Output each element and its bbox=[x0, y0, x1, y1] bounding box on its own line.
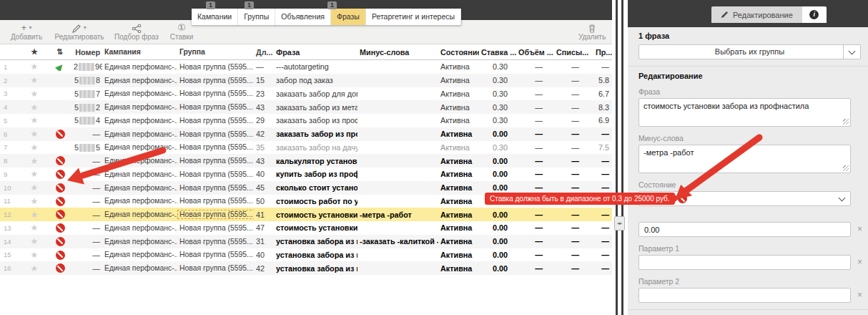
star-icon[interactable]: ★ bbox=[31, 142, 39, 152]
table-row[interactable]: 16 ★ — Единая перфоманс-... Новая группа… bbox=[0, 261, 612, 275]
star-icon[interactable]: ★ bbox=[31, 75, 39, 85]
phrase-cell[interactable]: стоимость работ по у... bbox=[274, 197, 357, 205]
bid-input[interactable] bbox=[638, 222, 851, 237]
group-cell[interactable]: Новая группа (5595... bbox=[177, 184, 254, 192]
star-cell[interactable]: ★ bbox=[20, 183, 49, 193]
star-cell[interactable]: ★ bbox=[20, 142, 49, 152]
star-icon[interactable]: ★ bbox=[31, 183, 39, 193]
col-campaign[interactable]: Кампания bbox=[102, 48, 177, 56]
col-length[interactable]: Дл... bbox=[254, 48, 274, 57]
star-cell[interactable]: ★ bbox=[20, 236, 49, 246]
minus-words-textarea[interactable]: -метра -работ bbox=[638, 145, 851, 173]
star-icon[interactable]: ★ bbox=[31, 62, 39, 72]
star-cell[interactable]: ★ bbox=[20, 62, 49, 72]
tab-ads[interactable]: Объявления bbox=[275, 9, 331, 25]
col-bid[interactable]: Ставка ... bbox=[479, 48, 516, 57]
phrase-cell[interactable]: ---autotargeting bbox=[274, 62, 357, 71]
phrase-textarea[interactable]: стоимость установки забора из профнастил… bbox=[638, 98, 851, 127]
star-icon[interactable]: ★ bbox=[31, 263, 39, 273]
col-phrase[interactable]: Фраза bbox=[274, 48, 357, 57]
star-column-icon[interactable]: ★ bbox=[20, 47, 49, 57]
add-button[interactable]: + ▾ Добавить bbox=[7, 22, 46, 41]
tab-groups[interactable]: Группы bbox=[238, 9, 275, 25]
param2-input[interactable] bbox=[638, 288, 851, 303]
group-cell[interactable]: Новая группа (5595... bbox=[177, 264, 254, 272]
tab-campaigns[interactable]: Кампании bbox=[192, 9, 238, 25]
table-row[interactable]: 12 ★ — Единая перфоманс-... Новая группа… bbox=[0, 208, 612, 221]
col-writeoffs[interactable]: Списы... bbox=[554, 48, 593, 57]
col-number[interactable]: Номер bbox=[71, 48, 102, 57]
group-cell[interactable]: Новая группа (5595... bbox=[177, 143, 254, 151]
clear-param1-icon[interactable]: × bbox=[857, 257, 862, 267]
star-icon[interactable]: ★ bbox=[31, 102, 39, 112]
star-cell[interactable]: ★ bbox=[20, 89, 49, 99]
group-cell[interactable]: Новая группа (5595... bbox=[177, 89, 254, 97]
panel-tab-info[interactable]: i bbox=[802, 6, 827, 23]
table-row[interactable]: 6 ★ — Единая перфоманс-... Новая группа … bbox=[0, 127, 612, 141]
col-volume[interactable]: Объём ... bbox=[516, 48, 554, 57]
star-icon[interactable]: ★ bbox=[31, 196, 39, 206]
group-cell[interactable]: Новая группа (5595... bbox=[177, 157, 254, 165]
phrase-cell[interactable]: забор под заказ bbox=[274, 76, 357, 84]
phrase-cell[interactable]: стоимость установки ... bbox=[274, 223, 357, 232]
star-icon[interactable]: ★ bbox=[31, 250, 39, 260]
sync-status-column-icon[interactable]: ⇅ bbox=[49, 47, 71, 57]
star-icon[interactable]: ★ bbox=[31, 210, 39, 220]
phrase-cell[interactable]: заказать забор из проф... bbox=[274, 116, 357, 125]
star-cell[interactable]: ★ bbox=[20, 75, 49, 85]
table-row[interactable]: 4 ★ 52 Единая перфоманс-... Новая группа… bbox=[0, 100, 612, 114]
star-cell[interactable]: ★ bbox=[20, 129, 49, 139]
star-icon[interactable]: ★ bbox=[31, 89, 39, 99]
phrase-cell[interactable]: установка забора из п... bbox=[274, 237, 357, 246]
table-row[interactable]: 5 ★ 54 Единая перфоманс-... Новая группа… bbox=[0, 114, 612, 127]
star-icon[interactable]: ★ bbox=[31, 223, 39, 233]
phrase-cell[interactable]: заказать забор для дома bbox=[274, 89, 357, 98]
star-cell[interactable]: ★ bbox=[20, 156, 49, 166]
star-icon[interactable]: ★ bbox=[31, 169, 39, 179]
param1-input[interactable] bbox=[638, 255, 851, 270]
col-group[interactable]: Группа bbox=[177, 48, 254, 56]
table-row[interactable]: 8 ★ — Единая перфоманс-... Новая группа … bbox=[0, 154, 612, 168]
phrase-cell[interactable]: заказать забор из про... bbox=[274, 130, 357, 138]
delete-button[interactable]: Удалить bbox=[575, 22, 609, 41]
col-state[interactable]: Состояние bbox=[438, 48, 479, 57]
table-row[interactable]: 2 ★ 58 Единая перфоманс-... Новая группа… bbox=[0, 74, 612, 87]
table-row[interactable]: 7 ★ 55 Единая перфоманс-... Новая группа… bbox=[0, 141, 612, 155]
select-groups-dropdown[interactable]: Выбрать их группы bbox=[638, 44, 861, 59]
phrase-cell[interactable]: купить забор из проф... bbox=[274, 170, 357, 178]
tab-phrases[interactable]: Фразы bbox=[331, 9, 366, 25]
phrase-cell[interactable]: заказать забор из мета... bbox=[274, 103, 357, 112]
clear-param2-icon[interactable]: × bbox=[857, 290, 862, 300]
phrase-cell[interactable]: калькулятор установк... bbox=[274, 157, 357, 165]
table-row[interactable]: 1 ★ 296 Единая перфоманс-... Новая групп… bbox=[0, 60, 612, 74]
table-row[interactable]: 13 ★ — Единая перфоманс-... Новая группа… bbox=[0, 221, 612, 235]
table-row[interactable]: 15 ★ — Единая перфоманс-... Новая группа… bbox=[0, 248, 612, 262]
group-cell[interactable]: Новая группа (5595... bbox=[177, 251, 254, 258]
group-cell[interactable]: Новая группа (5595... bbox=[177, 210, 254, 219]
group-cell[interactable]: Новая группа (5595... bbox=[177, 170, 254, 178]
star-cell[interactable]: ★ bbox=[20, 223, 49, 233]
group-cell[interactable]: Новая группа (5595... bbox=[177, 197, 254, 205]
group-cell[interactable]: Новая группа (5595... bbox=[177, 238, 254, 246]
col-pr[interactable]: Пр... bbox=[593, 48, 612, 57]
star-icon[interactable]: ★ bbox=[31, 115, 39, 125]
splitter-handle-icon[interactable]: ◂▸ bbox=[614, 216, 625, 231]
star-cell[interactable]: ★ bbox=[20, 263, 49, 273]
star-icon[interactable]: ★ bbox=[31, 236, 39, 246]
star-cell[interactable]: ★ bbox=[20, 115, 49, 125]
star-cell[interactable]: ★ bbox=[20, 196, 49, 206]
clear-bid-icon[interactable]: × bbox=[857, 224, 862, 234]
star-icon[interactable]: ★ bbox=[31, 156, 39, 166]
star-cell[interactable]: ★ bbox=[20, 210, 49, 220]
phrase-cell[interactable]: заказать забор на дачу ... bbox=[274, 143, 357, 152]
panel-tab-edit[interactable]: Редактирование bbox=[711, 6, 802, 23]
group-cell[interactable]: Новая группа (5595... bbox=[177, 130, 254, 138]
group-cell[interactable]: Новая группа (5595... bbox=[177, 103, 254, 111]
tab-retargeting[interactable]: Ретаргетинг и интересы bbox=[366, 9, 461, 25]
group-cell[interactable]: Новая группа (5595... bbox=[177, 63, 254, 71]
group-cell[interactable]: Новая группа (5595... bbox=[177, 77, 254, 84]
table-row[interactable]: 14 ★ — Единая перфоманс-... Новая группа… bbox=[0, 235, 612, 248]
table-row[interactable]: 3 ★ 57 Единая перфоманс-... Новая группа… bbox=[0, 87, 612, 101]
edit-button[interactable]: ▾ Редактировать bbox=[51, 22, 107, 41]
group-cell[interactable]: Новая группа (5595... bbox=[177, 224, 254, 232]
